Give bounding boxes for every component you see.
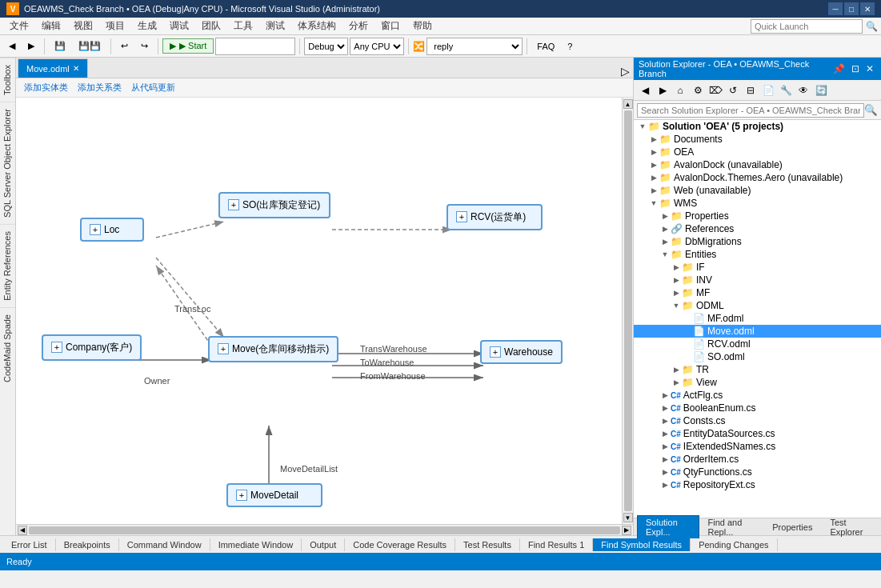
tree-item-18[interactable]: 📄SO.odml	[634, 350, 881, 363]
tree-item-7[interactable]: ▶📁Properties	[634, 210, 881, 222]
scroll-left-button[interactable]: ◀	[18, 526, 27, 535]
forward-button[interactable]: ▶	[22, 38, 40, 54]
tree-item-21[interactable]: ▶C#ActFlg.cs	[634, 389, 881, 402]
se-properties-btn[interactable]: 🔧	[778, 82, 794, 98]
sidebar-item-entity-refs[interactable]: Entity References	[0, 224, 16, 307]
se-back-btn[interactable]: ◀	[637, 82, 653, 98]
sidebar-item-toolbox[interactable]: Toolbox	[0, 58, 16, 102]
entity-loc[interactable]: +Loc	[80, 218, 144, 242]
redo-button[interactable]: ↪	[135, 38, 154, 54]
expand-loc-icon[interactable]: +	[90, 224, 101, 235]
tree-item-9[interactable]: ▶📁DbMigrations	[634, 235, 881, 248]
tree-item-0[interactable]: ▼📁Solution 'OEA' (5 projects)	[634, 120, 881, 133]
tree-item-2[interactable]: ▶📁OEA	[634, 146, 881, 158]
bp-tab-code-coverage-results[interactable]: Code Coverage Results	[345, 538, 455, 551]
se-search-input[interactable]	[637, 103, 864, 118]
bp-tab-pending-changes[interactable]: Pending Changes	[691, 538, 777, 551]
help-button[interactable]: ?	[562, 39, 578, 54]
tree-item-24[interactable]: ▶C#EntityDataSources.cs	[634, 427, 881, 440]
menu-item-[interactable]: 调试	[163, 18, 195, 34]
se-sync-btn[interactable]: 🔄	[813, 82, 829, 98]
tree-item-13[interactable]: ▶📁MF	[634, 286, 881, 299]
menu-item-[interactable]: 分析	[342, 18, 374, 34]
bp-tab-test-results[interactable]: Test Results	[455, 538, 520, 551]
menu-item-[interactable]: 测试	[259, 18, 291, 34]
scroll-up-button[interactable]: ▲	[623, 99, 633, 109]
tree-item-19[interactable]: ▶📁TR	[634, 363, 881, 376]
expand-move-icon[interactable]: +	[218, 343, 229, 354]
menu-item-[interactable]: 体系结构	[291, 18, 342, 34]
btab-find-replace[interactable]: Find and Repl...	[699, 515, 764, 538]
scroll-down-button[interactable]: ▼	[623, 513, 633, 522]
start-button[interactable]: ▶ ▶ Start	[162, 38, 214, 54]
bp-tab-output[interactable]: Output	[302, 538, 345, 551]
btab-properties[interactable]: Properties	[763, 520, 821, 534]
se-close-button[interactable]: ✕	[863, 63, 876, 74]
menu-item-[interactable]: 工具	[227, 18, 259, 34]
horizontal-scrollbar[interactable]: ◀ ▶	[16, 524, 633, 535]
close-button[interactable]: ✕	[860, 2, 875, 15]
menu-item-[interactable]: 文件	[3, 18, 35, 34]
entity-warehouse[interactable]: +Warehouse	[480, 340, 563, 364]
se-refresh-btn[interactable]: ↺	[725, 82, 741, 98]
tree-item-28[interactable]: ▶C#RepositoryExt.cs	[634, 478, 881, 491]
update-from-code-button[interactable]: 从代码更新	[128, 82, 178, 94]
bp-tab-find-symbol-results[interactable]: Find Symbol Results	[593, 538, 691, 551]
se-pin-button[interactable]: 📌	[831, 63, 847, 74]
expand-movedetail-icon[interactable]: +	[236, 490, 247, 501]
tree-item-3[interactable]: ▶📁AvalonDock (unavailable)	[634, 158, 881, 171]
tree-item-10[interactable]: ▼📁Entities	[634, 248, 881, 261]
tree-item-20[interactable]: ▶📁View	[634, 376, 881, 389]
save-all-button[interactable]: 💾💾	[73, 38, 106, 54]
se-collapse-btn[interactable]: ⊟	[743, 82, 759, 98]
expand-rcv-icon[interactable]: +	[456, 211, 467, 222]
entity-so[interactable]: +SO(出库预定登记)	[218, 192, 330, 218]
back-button[interactable]: ◀	[3, 38, 21, 54]
tree-item-23[interactable]: ▶C#Consts.cs	[634, 414, 881, 427]
faq-button[interactable]: FAQ	[531, 39, 560, 54]
expand-so-icon[interactable]: +	[228, 199, 239, 210]
branch-select[interactable]: reply	[426, 38, 523, 55]
se-show-files-btn[interactable]: 📄	[760, 82, 776, 98]
tree-item-17[interactable]: 📄RCV.odml	[634, 338, 881, 350]
se-dock-button[interactable]: ⊡	[849, 63, 862, 74]
debug-config-select[interactable]: Debug	[304, 38, 348, 55]
tree-item-11[interactable]: ▶📁IF	[634, 261, 881, 274]
se-forward-btn[interactable]: ▶	[655, 82, 671, 98]
tree-item-15[interactable]: 📄MF.odml	[634, 312, 881, 325]
se-preview-btn[interactable]: 👁	[795, 82, 811, 98]
scroll-thumb-h[interactable]	[29, 526, 620, 534]
menu-item-[interactable]: 视图	[67, 18, 99, 34]
menu-item-[interactable]: 帮助	[406, 18, 438, 34]
bp-tab-immediate-window[interactable]: Immediate Window	[210, 538, 302, 551]
vertical-scrollbar[interactable]: ▲ ▼	[622, 98, 633, 524]
tree-item-12[interactable]: ▶📁INV	[634, 274, 881, 286]
expand-warehouse-icon[interactable]: +	[490, 346, 501, 358]
entity-company[interactable]: +Company(客户)	[42, 334, 142, 361]
tree-item-5[interactable]: ▶📁Web (unavailable)	[634, 184, 881, 197]
sidebar-item-sql[interactable]: SQL Server Object Explorer	[0, 102, 16, 224]
tree-item-1[interactable]: ▶📁Documents	[634, 133, 881, 146]
menu-item-[interactable]: 编辑	[35, 18, 67, 34]
tree-item-22[interactable]: ▶C#BooleanEnum.cs	[634, 402, 881, 414]
quick-launch-input[interactable]	[751, 19, 863, 34]
bp-tab-breakpoints[interactable]: Breakpoints	[56, 538, 119, 551]
btab-solution-explorer[interactable]: Solution Expl...	[637, 515, 699, 538]
tree-item-27[interactable]: ▶C#QtyFunctions.cs	[634, 466, 881, 478]
menu-item-[interactable]: 团队	[195, 18, 227, 34]
tree-item-8[interactable]: ▶🔗References	[634, 222, 881, 235]
expand-company-icon[interactable]: +	[51, 342, 62, 353]
menu-item-[interactable]: 生成	[131, 18, 163, 34]
bp-tab-error-list[interactable]: Error List	[3, 538, 56, 551]
scroll-thumb-v[interactable]	[624, 110, 632, 511]
tree-item-26[interactable]: ▶C#OrderItem.cs	[634, 453, 881, 466]
entity-movedetail[interactable]: +MoveDetail	[226, 483, 322, 507]
save-button[interactable]: 💾	[49, 38, 71, 54]
entity-rcv[interactable]: +RCV(运货单)	[447, 204, 543, 230]
bp-tab-command-window[interactable]: Command Window	[119, 538, 210, 551]
minimize-button[interactable]: ─	[828, 2, 843, 15]
tree-item-16[interactable]: 📄Move.odml	[634, 325, 881, 338]
debug-target-input[interactable]	[215, 38, 295, 55]
se-search-button[interactable]: 🔍	[864, 104, 878, 116]
btab-test-explorer[interactable]: Test Explorer	[821, 515, 878, 538]
